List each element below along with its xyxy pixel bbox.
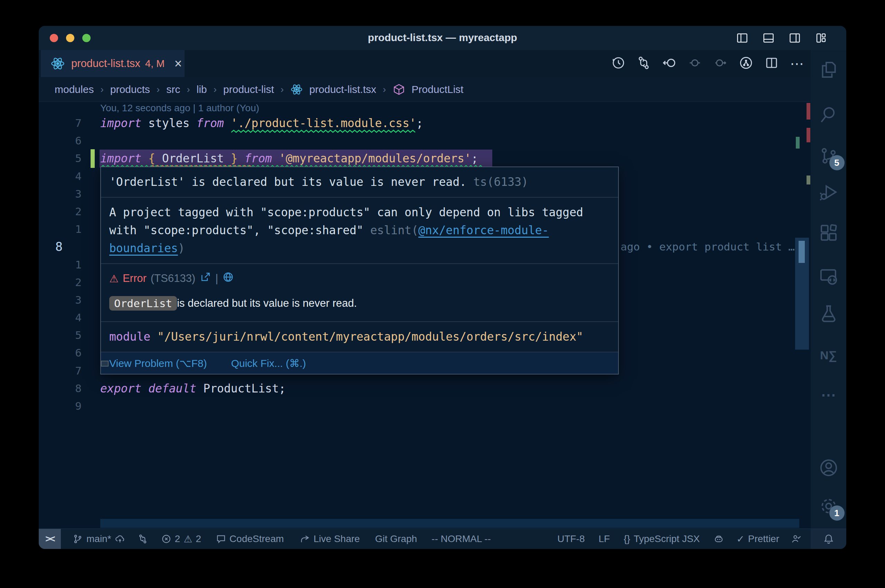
breadcrumb-item[interactable]: modules — [55, 84, 94, 95]
live-share-item[interactable]: Live Share — [300, 533, 360, 544]
prettier-item[interactable]: ✓ Prettier — [736, 533, 779, 545]
error-code: (TS6133) — [151, 272, 195, 285]
next-change-icon[interactable] — [713, 56, 728, 72]
account-icon[interactable] — [818, 458, 839, 478]
line-number: 9 — [39, 397, 83, 415]
breadcrumb-file[interactable]: product-list.tsx — [310, 84, 376, 95]
problems-item[interactable]: 2 ⚠ 2 — [161, 533, 201, 545]
git-compare-icon — [138, 534, 148, 544]
source-control-icon[interactable]: 5 — [818, 146, 839, 166]
tab-product-list[interactable]: product-list.tsx 4, M × — [41, 50, 185, 77]
check-icon: ✓ — [736, 533, 744, 545]
extensions-icon[interactable] — [818, 223, 839, 243]
close-tab-icon[interactable]: × — [174, 57, 182, 70]
toggle-panel-icon[interactable] — [762, 32, 775, 46]
git-graph-item[interactable]: Git Graph — [375, 533, 417, 544]
remote-explorer-icon[interactable] — [818, 266, 839, 287]
vscode-window: product-list.tsx — myreactapp product-li… — [39, 26, 846, 549]
nx-console-icon[interactable]: N∑ — [818, 345, 839, 366]
more-actions-icon[interactable]: ⋯ — [790, 56, 804, 72]
hover-action-bar: View Problem (⌥F8) Quick Fix... (⌘.) — [101, 352, 618, 374]
line-number: 1 — [39, 220, 83, 238]
eslint-diagnostic-message: A project tagged with "scope:products" c… — [101, 198, 618, 264]
previous-change-icon[interactable] — [688, 56, 702, 72]
error-label: Error — [123, 272, 147, 285]
git-blame-annotation: You, 12 seconds ago | 1 author (You) — [100, 103, 259, 114]
open-external-icon[interactable] — [200, 271, 211, 286]
minimap-thumb[interactable] — [799, 241, 805, 263]
language-mode-item[interactable]: {} TypeScript JSX — [624, 533, 700, 544]
chevron-right-icon: › — [156, 84, 160, 95]
vim-mode-indicator: -- NORMAL -- — [431, 533, 491, 544]
line-number-gutter: 7 6 5 4 3 2 1 8 1 2 3 4 5 6 7 8 9 — [39, 114, 83, 415]
line-number: 7 — [39, 114, 83, 132]
view-problem-action[interactable]: View Problem (⌥F8) — [109, 357, 207, 369]
breadcrumb-item[interactable]: product-list — [223, 84, 274, 95]
chevron-right-icon: › — [100, 84, 104, 95]
ruler-error-mark — [807, 103, 810, 120]
tab-problems-badge: 4, M — [145, 58, 165, 69]
diagnostic-hover-popup: 'OrderList' is declared but its value is… — [100, 166, 619, 375]
customize-layout-icon[interactable] — [814, 32, 828, 46]
git-branch-item[interactable]: main* — [73, 533, 125, 544]
open-changes-back-icon[interactable] — [662, 56, 676, 72]
git-branch-icon — [73, 534, 83, 544]
source-control-graph-icon[interactable] — [739, 56, 753, 72]
git-compare-item[interactable] — [138, 534, 148, 544]
additional-views-icon[interactable]: ⋯ — [818, 384, 839, 405]
run-debug-icon[interactable] — [818, 182, 839, 202]
ts-diagnostic-message: 'OrderList' is declared but its value is… — [101, 167, 618, 198]
breadcrumb-item[interactable]: lib — [196, 84, 207, 95]
explorer-icon[interactable] — [818, 59, 839, 80]
globe-icon[interactable] — [222, 271, 234, 286]
line-number: 8 — [39, 380, 83, 397]
react-icon — [290, 83, 303, 96]
split-editor-icon[interactable] — [764, 56, 779, 72]
toggle-primary-sidebar-icon[interactable] — [736, 32, 749, 46]
editor-toolbar: ⋯ — [611, 50, 804, 77]
compare-changes-icon[interactable] — [636, 56, 651, 72]
breadcrumb-item[interactable]: products — [110, 84, 150, 95]
warning-squiggle — [231, 129, 418, 133]
activity-bar: 5 N∑ ⋯ 1 — [811, 50, 846, 529]
copilot-item[interactable] — [714, 534, 724, 544]
chevron-right-icon: › — [187, 84, 190, 95]
braces-icon: {} — [624, 533, 630, 544]
remote-indicator[interactable]: >< — [39, 529, 61, 549]
ruler-change-mark — [807, 176, 810, 184]
symbol-cube-icon — [393, 83, 405, 96]
search-icon[interactable] — [818, 104, 839, 125]
settings-gear-icon[interactable]: 1 — [818, 496, 839, 516]
popup-resize-handle[interactable] — [101, 361, 108, 366]
copilot-icon — [714, 534, 724, 544]
symbol-chip: OrderList — [109, 296, 177, 310]
codestream-item[interactable]: CodeStream — [216, 533, 284, 544]
line-number: 6 — [39, 344, 83, 362]
notifications-segment[interactable] — [811, 529, 846, 549]
settings-badge: 1 — [829, 506, 844, 520]
quick-fix-action[interactable]: Quick Fix... (⌘.) — [231, 357, 306, 369]
timeline-history-icon[interactable] — [611, 56, 625, 72]
code-line-export-default[interactable]: export default ProductList; — [100, 380, 285, 397]
horizontal-scrollbar[interactable] — [100, 519, 799, 528]
breadcrumb-item[interactable]: src — [166, 84, 180, 95]
current-line-number: 8 — [39, 238, 83, 256]
code-editor[interactable]: You, 12 seconds ago | 1 author (You) 7 6… — [39, 102, 811, 529]
line-number: 6 — [39, 132, 83, 150]
encoding-item[interactable]: UTF-8 — [557, 533, 584, 544]
chevron-right-icon: › — [383, 84, 386, 95]
line-number: 3 — [39, 185, 83, 203]
inline-blame-annotation: ago • export product list … — [621, 238, 795, 256]
tab-bar: product-list.tsx 4, M × ⋯ — [39, 50, 811, 77]
module-path-line: module "/Users/juri/nrwl/content/myreact… — [101, 322, 618, 352]
feedback-item[interactable] — [791, 534, 801, 544]
line-number: 5 — [39, 327, 83, 344]
line-number: 7 — [39, 362, 83, 380]
eol-item[interactable]: LF — [598, 533, 610, 544]
error-count: 2 — [175, 533, 180, 544]
toggle-secondary-sidebar-icon[interactable] — [788, 32, 801, 46]
breadcrumb-symbol[interactable]: ProductList — [412, 84, 464, 95]
error-circle-icon — [161, 534, 171, 544]
testing-flask-icon[interactable] — [818, 303, 839, 324]
live-share-icon — [300, 534, 310, 544]
